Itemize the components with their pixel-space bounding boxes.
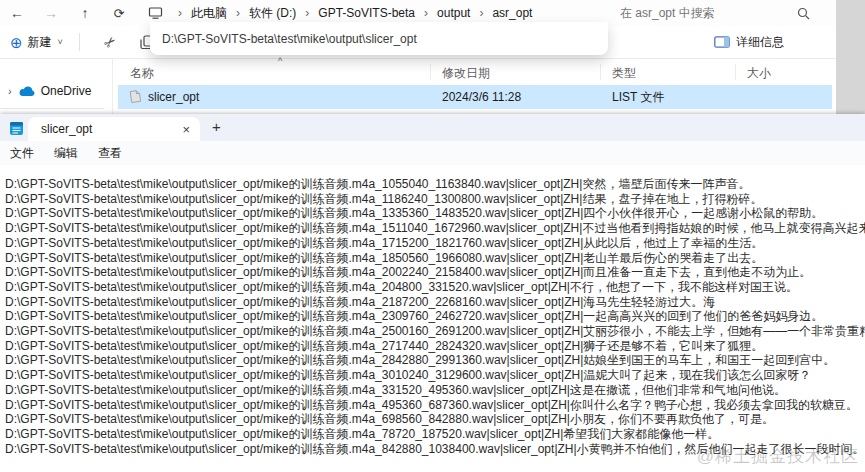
screen: ← → ↑ ⟳ ›此电脑›软件 (D:)›GPT-SoVITS-beta›out… — [0, 0, 865, 472]
up-icon[interactable]: ↑ — [68, 5, 102, 21]
breadcrumb-item[interactable]: output — [431, 5, 476, 21]
chevron-down-icon: ˅ — [58, 37, 63, 47]
breadcrumb-chevron-icon: › — [235, 6, 241, 20]
text-line: D:\GPT-SoVITS-beta\test\mike\output\slic… — [0, 295, 865, 310]
watermark: @稀土掘金技术社区 — [697, 445, 859, 468]
search-placeholder: 在 asr_opt 中搜索 — [620, 5, 797, 22]
sort-ascending-icon: ^ — [278, 56, 282, 66]
toolbar-divider — [79, 33, 80, 51]
text-line: D:\GPT-SoVITS-beta\test\mike\output\slic… — [0, 353, 865, 368]
breadcrumb-item[interactable]: GPT-SoVITS-beta — [312, 5, 421, 21]
onedrive-cloud-icon — [18, 86, 35, 97]
details-pane-toggle[interactable]: 详细信息 — [714, 26, 784, 58]
sidebar-item-onedrive[interactable]: › OneDrive — [8, 84, 112, 98]
cut-button[interactable]: ✂ — [104, 34, 116, 50]
address-dropdown[interactable]: D:\GPT-SoVITS-beta\test\mike\output\slic… — [150, 22, 608, 55]
menu-item-查看[interactable]: 查看 — [88, 145, 132, 162]
notepad-tab-bar: slicer_opt × + — [0, 114, 865, 141]
editor-lines[interactable]: D:\GPT-SoVITS-beta\test\mike\output\slic… — [0, 165, 865, 472]
menu-item-文件[interactable]: 文件 — [0, 145, 44, 162]
tab-slicer-opt[interactable]: slicer_opt × — [28, 117, 200, 141]
text-line: D:\GPT-SoVITS-beta\test\mike\output\slic… — [0, 368, 865, 383]
forward-icon[interactable]: → — [34, 5, 68, 21]
notepad-app-icon — [9, 120, 24, 136]
breadcrumb: ›此电脑›软件 (D:)›GPT-SoVITS-beta›output›asr_… — [177, 4, 538, 23]
breadcrumb-chevron-icon: › — [478, 6, 484, 20]
details-pane-icon — [714, 36, 730, 48]
column-name[interactable]: 名称 — [130, 65, 154, 82]
address-dropdown-path[interactable]: D:\GPT-SoVITS-beta\test\mike\output\slic… — [162, 32, 417, 46]
text-line: D:\GPT-SoVITS-beta\test\mike\output\slic… — [0, 280, 865, 295]
file-explorer-window: ← → ↑ ⟳ ›此电脑›软件 (D:)›GPT-SoVITS-beta›out… — [0, 0, 836, 114]
explorer-sidebar: › OneDrive — [0, 58, 113, 114]
breadcrumb-item[interactable]: 此电脑 — [185, 4, 233, 23]
text-line: D:\GPT-SoVITS-beta\test\mike\output\slic… — [0, 192, 865, 207]
details-pane-label: 详细信息 — [736, 34, 784, 51]
text-line: D:\GPT-SoVITS-beta\test\mike\output\slic… — [0, 236, 865, 251]
text-line: D:\GPT-SoVITS-beta\test\mike\output\slic… — [0, 265, 865, 280]
text-line: D:\GPT-SoVITS-beta\test\mike\output\slic… — [0, 427, 865, 442]
column-divider[interactable] — [600, 64, 601, 80]
text-line: D:\GPT-SoVITS-beta\test\mike\output\slic… — [0, 339, 865, 354]
column-type[interactable]: 类型 — [612, 65, 636, 82]
refresh-icon[interactable]: ⟳ — [102, 6, 136, 21]
file-date: 2024/3/6 11:28 — [442, 90, 521, 104]
text-line: D:\GPT-SoVITS-beta\test\mike\output\slic… — [0, 412, 865, 427]
breadcrumb-chevron-icon: › — [304, 6, 310, 20]
column-date[interactable]: 修改日期 — [442, 65, 490, 82]
file-name[interactable]: slicer_opt — [148, 90, 199, 104]
column-headers: ^ 名称 修改日期 类型 大小 — [118, 62, 832, 82]
tab-title: slicer_opt — [41, 122, 182, 136]
new-button-label: 新建 — [28, 34, 52, 51]
text-line: D:\GPT-SoVITS-beta\test\mike\output\slic… — [0, 309, 865, 324]
this-pc-icon — [148, 6, 163, 20]
text-line: D:\GPT-SoVITS-beta\test\mike\output\slic… — [0, 324, 865, 339]
breadcrumb-item[interactable]: asr_opt — [486, 5, 538, 21]
search-icon[interactable] — [797, 7, 810, 20]
breadcrumb-chevron-icon: › — [177, 6, 183, 20]
text-line: D:\GPT-SoVITS-beta\test\mike\output\slic… — [0, 398, 865, 413]
column-divider[interactable] — [735, 64, 736, 80]
new-tab-icon[interactable]: + — [212, 118, 221, 135]
search-input[interactable]: 在 asr_opt 中搜索 — [608, 2, 820, 24]
text-line: D:\GPT-SoVITS-beta\test\mike\output\slic… — [0, 251, 865, 266]
file-icon — [128, 89, 143, 104]
scissors-icon: ✂ — [100, 32, 120, 52]
text-line: D:\GPT-SoVITS-beta\test\mike\output\slic… — [0, 383, 865, 398]
notepad-menu-bar: 文件编辑查看 — [0, 141, 865, 166]
file-row-selected[interactable]: slicer_opt 2024/3/6 11:28 LIST 文件 — [118, 85, 832, 109]
plus-circle-icon: ⊕ — [10, 35, 23, 50]
text-line: D:\GPT-SoVITS-beta\test\mike\output\slic… — [0, 221, 865, 236]
breadcrumb-chevron-icon: › — [423, 6, 429, 20]
menu-item-编辑[interactable]: 编辑 — [44, 145, 88, 162]
expand-chevron-icon[interactable]: › — [8, 85, 12, 97]
text-line: D:\GPT-SoVITS-beta\test\mike\output\slic… — [0, 177, 865, 192]
tab-close-icon[interactable]: × — [182, 122, 190, 137]
sidebar-divider — [0, 108, 104, 109]
sidebar-item-label: OneDrive — [41, 84, 92, 98]
column-size[interactable]: 大小 — [747, 65, 771, 82]
column-divider[interactable] — [430, 64, 431, 80]
notepad-window: slicer_opt × + 文件编辑查看 D:\GPT-SoVITS-beta… — [0, 114, 865, 472]
new-button[interactable]: ⊕ 新建 ˅ — [10, 34, 63, 51]
back-icon[interactable]: ← — [0, 5, 34, 21]
breadcrumb-item[interactable]: 软件 (D:) — [243, 4, 302, 23]
file-type: LIST 文件 — [612, 89, 664, 106]
text-line: D:\GPT-SoVITS-beta\test\mike\output\slic… — [0, 206, 865, 221]
